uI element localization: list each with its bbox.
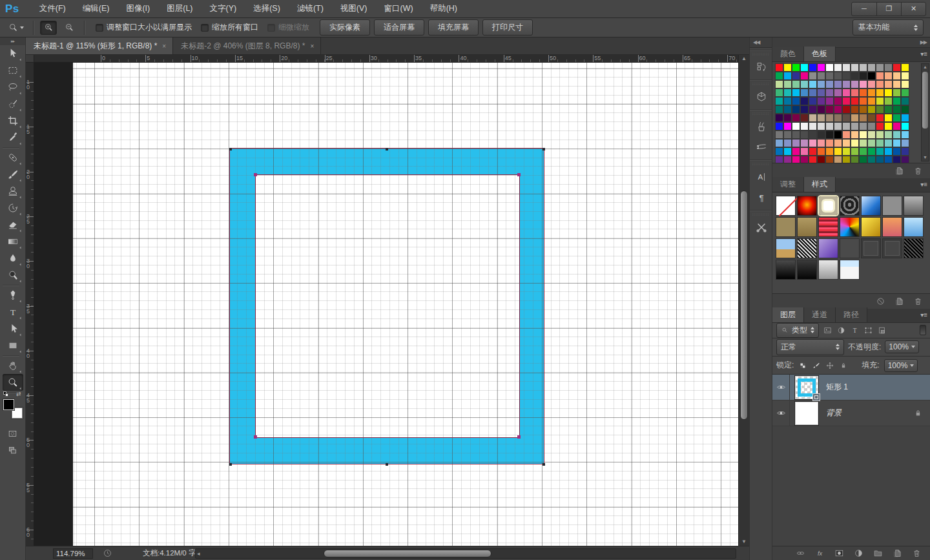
menu-item-8[interactable]: 窗口(W)	[376, 0, 422, 17]
swatch[interactable]	[851, 105, 859, 114]
opacity-field[interactable]: 100%	[885, 340, 919, 353]
filter-shape-layers-icon[interactable]	[863, 326, 873, 335]
swatch[interactable]	[792, 88, 800, 97]
swatch[interactable]	[876, 80, 884, 88]
swatch[interactable]	[901, 122, 909, 130]
menu-item-1[interactable]: 编辑(E)	[74, 0, 118, 17]
swatch[interactable]	[783, 139, 792, 147]
blur-tool[interactable]	[3, 250, 23, 267]
swatch[interactable]	[876, 147, 884, 156]
swatch[interactable]	[893, 147, 901, 156]
style-tile-0[interactable]	[776, 196, 796, 216]
swatch[interactable]	[783, 156, 792, 163]
style-tile-20[interactable]	[904, 238, 924, 258]
move-tool[interactable]	[3, 45, 23, 62]
swatch[interactable]	[817, 139, 825, 147]
swatch[interactable]	[817, 114, 825, 122]
tool-preset-picker[interactable]	[5, 21, 26, 34]
ruler-corner[interactable]	[26, 55, 34, 63]
rectangle-tool[interactable]	[3, 337, 23, 354]
tab-layers[interactable]: 图层	[772, 307, 804, 322]
swatch[interactable]	[901, 147, 909, 156]
new-swatch-button[interactable]	[894, 165, 905, 176]
foreground-color-swatch[interactable]	[3, 399, 14, 410]
style-tile-11[interactable]	[861, 217, 881, 237]
swatch[interactable]	[825, 63, 834, 72]
option-checkbox-1[interactable]: 缩放所有窗口	[201, 22, 258, 33]
swatch[interactable]	[884, 147, 893, 156]
swatch[interactable]	[783, 130, 792, 139]
swatch[interactable]	[834, 80, 842, 88]
style-tile-15[interactable]	[797, 238, 817, 258]
swatch[interactable]	[851, 139, 859, 147]
swatch[interactable]	[842, 88, 851, 97]
character-panel-button[interactable]: A	[750, 167, 773, 187]
style-tile-23[interactable]	[818, 260, 838, 280]
crop-tool[interactable]	[3, 112, 23, 129]
clear-style-button[interactable]	[875, 296, 886, 307]
option-button-0[interactable]: 实际像素	[320, 19, 370, 36]
swatch[interactable]	[800, 88, 809, 97]
swatch[interactable]	[901, 80, 909, 88]
swatch[interactable]	[859, 105, 867, 114]
style-tile-2[interactable]	[818, 196, 838, 216]
swatch[interactable]	[775, 105, 783, 114]
swatch[interactable]	[800, 156, 809, 163]
brushes-panel-button[interactable]	[750, 137, 773, 158]
fill-field[interactable]: 100%	[884, 359, 918, 372]
swatch[interactable]	[867, 63, 876, 72]
scroll-left-arrow[interactable]: ◂	[197, 550, 200, 557]
vertical-scroll-thumb[interactable]	[740, 191, 748, 420]
swatch[interactable]	[834, 63, 842, 72]
tools-panel-collapse[interactable]: ▸▸	[0, 37, 25, 45]
menu-item-6[interactable]: 滤镜(T)	[289, 0, 332, 17]
canvas-viewport[interactable]	[34, 63, 738, 546]
clone-stamp-tool[interactable]	[3, 183, 23, 200]
swatch[interactable]	[783, 63, 792, 72]
swatch[interactable]	[817, 122, 825, 130]
swatch[interactable]	[884, 88, 893, 97]
swatch[interactable]	[809, 122, 817, 130]
swatch[interactable]	[851, 130, 859, 139]
blend-mode-select[interactable]: 正常	[776, 339, 844, 355]
style-tile-3[interactable]	[840, 196, 860, 216]
swatch[interactable]	[859, 114, 867, 122]
swatch[interactable]	[884, 80, 893, 88]
healing-brush-tool[interactable]	[3, 149, 23, 166]
restore-button[interactable]: ❐	[876, 3, 901, 16]
swatch[interactable]	[876, 114, 884, 122]
swatch[interactable]	[842, 147, 851, 156]
menu-item-0[interactable]: 文件(F)	[31, 0, 74, 17]
style-tile-19[interactable]	[882, 238, 902, 258]
minimize-button[interactable]: ─	[852, 3, 876, 16]
style-tile-24[interactable]	[840, 260, 860, 280]
history-panel-button[interactable]	[750, 57, 773, 78]
tab-paths[interactable]: 路径	[836, 307, 867, 322]
swatch[interactable]	[893, 130, 901, 139]
swatch[interactable]	[800, 63, 809, 72]
menu-item-7[interactable]: 视图(V)	[332, 0, 376, 17]
swatch[interactable]	[817, 72, 825, 80]
layer-row-1[interactable]: 矩形 1	[772, 375, 930, 400]
filter-adjustment-layers-icon[interactable]	[836, 326, 846, 335]
swatch[interactable]	[876, 130, 884, 139]
swatch[interactable]	[809, 80, 817, 88]
style-tile-21[interactable]	[776, 260, 796, 280]
delete-style-button[interactable]	[913, 296, 924, 307]
menu-item-5[interactable]: 选择(S)	[245, 0, 289, 17]
swatch[interactable]	[884, 156, 893, 163]
style-tile-6[interactable]	[904, 196, 924, 216]
swatch[interactable]	[809, 105, 817, 114]
history-brush-tool[interactable]	[3, 200, 23, 216]
swatch[interactable]	[809, 147, 817, 156]
document-tab-2[interactable]: 未标题-2 @ 406% (图层 8, RGB/8) *×	[173, 37, 321, 54]
quick-mask-button[interactable]	[3, 425, 23, 442]
brush-tool[interactable]	[3, 166, 23, 183]
swatch[interactable]	[859, 139, 867, 147]
swatch[interactable]	[825, 88, 834, 97]
swatch[interactable]	[842, 139, 851, 147]
swatch[interactable]	[783, 80, 792, 88]
add-mask-button[interactable]	[834, 548, 845, 559]
swatch[interactable]	[809, 139, 817, 147]
vertical-scrollbar[interactable]: ▲ ▼	[738, 55, 749, 546]
